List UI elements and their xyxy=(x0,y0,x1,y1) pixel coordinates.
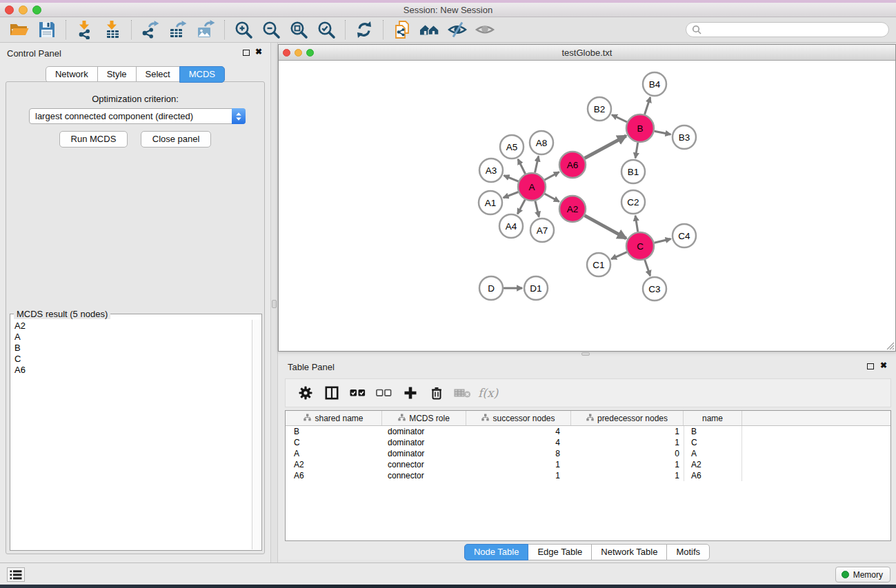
graph-node-A6[interactable]: A6 xyxy=(559,152,586,178)
tab-node-table[interactable]: Node Table xyxy=(464,544,529,560)
cell-successor-nodes[interactable]: 1 xyxy=(466,459,571,470)
cell-name[interactable]: A2 xyxy=(684,459,742,470)
tab-select[interactable]: Select xyxy=(136,66,180,83)
cell-successor-nodes[interactable]: 8 xyxy=(466,448,571,459)
zoom-fit-button[interactable] xyxy=(285,18,312,41)
cell-name[interactable]: B xyxy=(684,426,742,437)
cell-shared-name[interactable]: C xyxy=(286,437,382,448)
mcds-result-item[interactable]: A xyxy=(12,332,251,343)
graph-node-A[interactable]: A xyxy=(518,173,546,201)
export-network-button[interactable] xyxy=(137,18,164,41)
cell-name[interactable]: A6 xyxy=(684,470,742,481)
cell-shared-name[interactable]: A6 xyxy=(286,470,382,481)
graph-edge-B-B1[interactable] xyxy=(635,143,638,159)
cell-successor-nodes[interactable]: 4 xyxy=(466,426,571,437)
zoom-in-button[interactable] xyxy=(230,18,257,41)
mcds-result-list[interactable]: A2ABCA6 xyxy=(12,321,251,549)
graph-node-A8[interactable]: A8 xyxy=(530,131,553,154)
delete-columns-button[interactable] xyxy=(424,381,450,405)
cell-predecessor-nodes[interactable]: 1 xyxy=(571,426,684,437)
export-image-button[interactable] xyxy=(192,18,219,41)
graph-edge-A-A8[interactable] xyxy=(535,156,538,173)
graph-edge-C-C2[interactable] xyxy=(635,216,638,232)
task-history-button[interactable] xyxy=(7,567,25,582)
vertical-splitter[interactable] xyxy=(270,43,278,562)
column-header-shared-name[interactable]: shared name xyxy=(286,411,382,425)
network-graph-canvas[interactable]: AA6A2BCA1A3A4A5A7A8B1B2B3B4C1C2C3C4DD1 xyxy=(279,61,895,351)
graph-node-A4[interactable]: A4 xyxy=(499,214,523,238)
hide-graphics-details-button[interactable] xyxy=(444,18,471,41)
graph-edge-A-A2[interactable] xyxy=(544,194,559,201)
graph-node-A1[interactable]: A1 xyxy=(479,191,502,214)
cell-predecessor-nodes[interactable]: 0 xyxy=(571,448,684,459)
cell-successor-nodes[interactable]: 4 xyxy=(466,437,571,448)
graph-node-B2[interactable]: B2 xyxy=(588,97,611,121)
graph-node-A5[interactable]: A5 xyxy=(500,135,524,159)
close-panel-icon[interactable]: ✖ xyxy=(255,47,262,57)
graph-edge-A-A6[interactable] xyxy=(544,172,559,179)
graph-edge-A-A7[interactable] xyxy=(535,201,539,216)
save-session-button[interactable] xyxy=(33,18,61,41)
graph-edge-C-C1[interactable] xyxy=(611,252,627,259)
graph-node-B1[interactable]: B1 xyxy=(621,160,645,183)
table-row[interactable]: A6connector11A6 xyxy=(286,470,890,481)
mcds-result-item[interactable]: A6 xyxy=(12,365,251,376)
refresh-view-button[interactable] xyxy=(350,18,378,41)
cell-name[interactable]: A xyxy=(684,448,742,459)
cell-MCDS-role[interactable]: connector xyxy=(382,470,466,481)
column-header-name[interactable]: name xyxy=(684,411,742,425)
graph-edge-B-B2[interactable] xyxy=(612,115,627,122)
cell-successor-nodes[interactable]: 1 xyxy=(466,470,571,481)
table-row[interactable]: Adominator80A xyxy=(286,448,890,459)
graph-node-B4[interactable]: B4 xyxy=(643,72,666,96)
column-header-predecessor-nodes[interactable]: predecessor nodes xyxy=(571,411,684,425)
graph-node-C4[interactable]: C4 xyxy=(673,224,696,247)
mcds-result-scrollbar[interactable] xyxy=(252,320,261,549)
float-panel-icon[interactable] xyxy=(867,363,874,369)
show-columns-button[interactable] xyxy=(319,381,345,405)
criterion-dropdown[interactable]: largest connected component (directed) xyxy=(29,108,246,124)
close-panel-icon[interactable]: ✖ xyxy=(880,361,887,370)
zoom-out-button[interactable] xyxy=(257,18,285,41)
cell-MCDS-role[interactable]: dominator xyxy=(382,448,466,459)
open-session-button[interactable] xyxy=(6,18,33,41)
graph-edge-A-A3[interactable] xyxy=(504,176,519,182)
mcds-result-item[interactable]: C xyxy=(12,354,251,365)
graph-edge-A-A5[interactable] xyxy=(518,159,526,174)
graph-node-D[interactable]: D xyxy=(479,276,503,300)
graph-edge-B-B4[interactable] xyxy=(645,97,650,114)
tab-edge-table[interactable]: Edge Table xyxy=(528,544,592,560)
create-new-column-button[interactable] xyxy=(397,381,424,405)
cell-MCDS-role[interactable]: dominator xyxy=(382,437,466,448)
table-row[interactable]: A2connector11A2 xyxy=(286,459,890,470)
tab-network[interactable]: Network xyxy=(46,66,98,83)
graph-edge-C-C4[interactable] xyxy=(654,239,670,243)
network-graph[interactable]: AA6A2BCA1A3A4A5A7A8B1B2B3B4C1C2C3C4DD1 xyxy=(279,61,895,351)
run-mcds-button[interactable]: Run MCDS xyxy=(59,131,128,148)
clone-network-button[interactable] xyxy=(388,18,416,41)
table-row[interactable]: Cdominator41C xyxy=(286,437,890,448)
splitter-handle[interactable] xyxy=(581,352,590,356)
graph-edge-A6-B[interactable] xyxy=(585,136,626,159)
cell-shared-name[interactable]: A xyxy=(286,448,382,459)
memory-button[interactable]: Memory xyxy=(835,567,890,582)
node-table[interactable]: shared nameMCDS rolesuccessor nodesprede… xyxy=(285,410,891,541)
graph-node-A2[interactable]: A2 xyxy=(559,196,586,222)
mcds-result-item[interactable]: A2 xyxy=(12,321,251,332)
search-input[interactable] xyxy=(705,25,877,35)
graph-node-A7[interactable]: A7 xyxy=(530,219,554,242)
float-panel-icon[interactable] xyxy=(243,50,250,56)
mcds-result-item[interactable]: B xyxy=(12,343,251,354)
graph-edge-C-C3[interactable] xyxy=(645,260,650,276)
window-resize-grip[interactable] xyxy=(885,341,895,350)
column-header-MCDS-role[interactable]: MCDS role xyxy=(382,411,466,425)
graph-node-B[interactable]: B xyxy=(626,114,654,142)
graph-node-A3[interactable]: A3 xyxy=(479,159,503,182)
close-panel-button[interactable]: Close panel xyxy=(141,131,212,148)
graph-node-C2[interactable]: C2 xyxy=(621,190,645,214)
graph-node-B3[interactable]: B3 xyxy=(673,125,696,149)
graph-edge-A-A1[interactable] xyxy=(504,192,519,198)
cell-MCDS-role[interactable]: connector xyxy=(382,459,466,470)
cell-name[interactable]: C xyxy=(684,437,742,448)
graph-node-D1[interactable]: D1 xyxy=(524,276,548,300)
